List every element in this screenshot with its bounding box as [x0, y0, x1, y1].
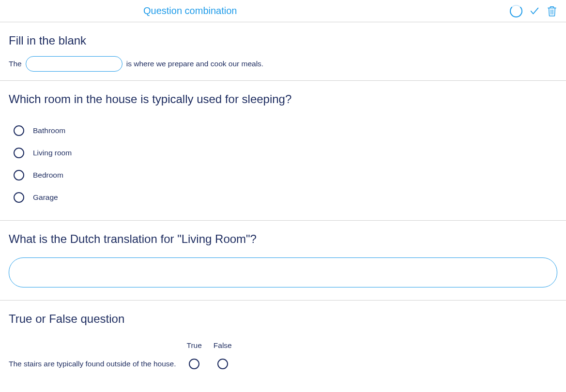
tf-wrap: True False The stairs are typically foun…: [9, 334, 557, 389]
tf-row: The stairs are typically found outside o…: [9, 354, 238, 374]
content-scroll[interactable]: Fill in the blank The is where we prepar…: [0, 22, 566, 392]
fill-blank-row: The is where we prepare and cook our mea…: [9, 56, 557, 80]
section-text-answer: What is the Dutch translation for "Livin…: [0, 221, 566, 301]
radio-icon: [14, 170, 24, 181]
tf-radio-false[interactable]: [217, 359, 228, 369]
fill-blank-after: is where we prepare and cook our meals.: [126, 60, 263, 68]
fill-blank-input[interactable]: [26, 56, 122, 72]
tf-table: True False The stairs are typically foun…: [9, 337, 238, 374]
tf-col-false: False: [208, 337, 238, 354]
text-answer-input[interactable]: [9, 257, 557, 287]
check-icon[interactable]: [529, 6, 540, 16]
mc-option[interactable]: Bedroom: [14, 164, 557, 186]
mc-option[interactable]: Garage: [14, 186, 557, 209]
q3-title: What is the Dutch translation for "Livin…: [9, 221, 557, 255]
mc-options: Bathroom Living room Bedroom Garage: [9, 115, 557, 220]
radio-icon: [14, 148, 24, 158]
header-bar: Question combination: [0, 0, 566, 22]
q4-title: True or False question: [9, 301, 557, 334]
loading-spinner-icon: [510, 5, 522, 17]
radio-icon: [14, 192, 24, 203]
mc-option[interactable]: Living room: [14, 142, 557, 164]
fill-blank-before: The: [9, 60, 22, 68]
mc-label: Garage: [33, 193, 58, 202]
header-actions: [510, 5, 557, 17]
q1-title: Fill in the blank: [9, 22, 557, 56]
mc-label: Bedroom: [33, 171, 63, 180]
tf-radio-true[interactable]: [189, 359, 199, 369]
page-title: Question combination: [143, 5, 237, 16]
radio-icon: [14, 125, 24, 136]
q2-title: Which room in the house is typically use…: [9, 81, 557, 115]
trash-icon[interactable]: [547, 5, 557, 17]
tf-statement: The stairs are typically found outside o…: [9, 354, 181, 374]
mc-label: Bathroom: [33, 126, 65, 135]
section-fill-blank: Fill in the blank The is where we prepar…: [0, 22, 566, 81]
section-true-false: True or False question True False The st…: [0, 301, 566, 389]
section-multiple-choice: Which room in the house is typically use…: [0, 81, 566, 221]
mc-label: Living room: [33, 149, 72, 157]
mc-option[interactable]: Bathroom: [14, 120, 557, 142]
tf-col-true: True: [181, 337, 208, 354]
